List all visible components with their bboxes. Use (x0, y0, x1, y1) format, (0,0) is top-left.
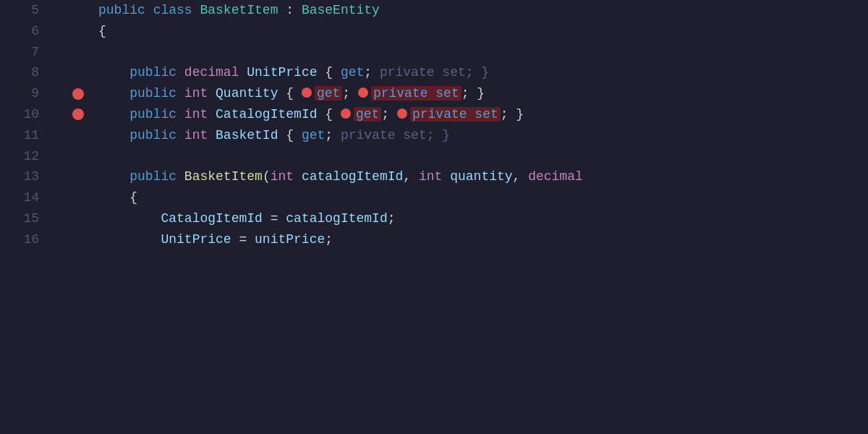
token: get (341, 65, 364, 80)
token: ; } (461, 86, 485, 101)
token: Quantity (216, 86, 278, 101)
line-number: 8 (0, 62, 52, 83)
breakpoint-slot[interactable] (65, 21, 91, 42)
token: ; (381, 107, 397, 122)
token: ; (342, 86, 358, 101)
breakpoint-column (65, 0, 91, 434)
token: BaseEntity (302, 3, 380, 17)
line-number: 14 (0, 187, 52, 208)
token: public (129, 86, 184, 101)
token: class (153, 3, 200, 17)
token: CatalogItemId (216, 107, 317, 122)
breakpoint-slot[interactable] (65, 146, 91, 167)
token: unitPrice (255, 232, 325, 247)
breakpoint-slot[interactable] (65, 229, 91, 250)
token: public (129, 128, 184, 142)
token: ; } (501, 107, 524, 122)
token: int (184, 107, 216, 122)
token: { (317, 65, 340, 80)
code-line: public decimal UnitPrice { get; private … (98, 62, 868, 83)
token: { (129, 190, 137, 205)
token: catalogItemId (286, 211, 387, 226)
code-line: UnitPrice = unitPrice; (98, 229, 868, 250)
token: ; (325, 128, 341, 142)
token: public (129, 65, 184, 80)
line-number: 6 (0, 21, 52, 42)
token: { (278, 86, 301, 101)
token: public (129, 107, 184, 122)
token: UnitPrice (247, 65, 317, 80)
breakpoint-slot[interactable] (65, 208, 91, 229)
token: { (318, 107, 341, 122)
token: public (98, 3, 153, 17)
breakpoint-indicator (72, 109, 84, 120)
code-line: public int CatalogItemId { get; private … (98, 104, 868, 125)
code-line: public int BasketId { get; private set; … (98, 125, 868, 146)
code-line: public BasketItem(int catalogItemId, int… (98, 166, 868, 187)
token: CatalogItemId (161, 211, 262, 226)
breakpoint-slot[interactable] (65, 42, 91, 63)
token: private (380, 65, 442, 80)
line-number: 5 (0, 0, 52, 21)
line-number: 12 (0, 146, 52, 167)
token: decimal (184, 65, 247, 80)
breakpoint-slot[interactable] (65, 83, 91, 104)
line-number: 11 (0, 125, 52, 146)
token: , (403, 169, 419, 184)
code-line: public class BasketItem : BaseEntity (98, 0, 868, 21)
line-text: public BasketItem(int catalogItemId, int… (98, 166, 868, 187)
breakpoint-indicator (72, 88, 84, 100)
breakpoint-slot[interactable] (65, 187, 91, 208)
token: ; (325, 232, 333, 247)
code-line: { (98, 187, 868, 208)
code-lines[interactable]: public class BasketItem : BaseEntity{ pu… (91, 0, 868, 434)
token: = (263, 211, 286, 226)
line-number: 10 (0, 104, 52, 125)
line-text: { (98, 21, 868, 42)
line-numbers: 5678910111213141516 (0, 0, 65, 434)
token: BasketItem (184, 169, 263, 184)
code-line: { (98, 21, 868, 42)
token: ( (263, 169, 271, 184)
line-number: 16 (0, 229, 52, 250)
line-number: 13 (0, 166, 52, 187)
token: BasketItem (200, 3, 278, 17)
code-editor: 5678910111213141516 public class BasketI… (0, 0, 868, 434)
token: decimal (528, 169, 583, 184)
code-line (98, 42, 868, 63)
line-number: 15 (0, 208, 52, 229)
token: int (184, 86, 216, 101)
breakpoint-slot[interactable] (65, 166, 91, 187)
line-text: UnitPrice = unitPrice; (98, 229, 868, 250)
line-text: public int CatalogItemId { get; private … (98, 104, 868, 125)
code-line (98, 146, 868, 167)
line-text: public decimal UnitPrice { get; private … (98, 62, 868, 83)
breakpoint-slot[interactable] (65, 62, 91, 83)
line-text: public int BasketId { get; private set; … (98, 125, 868, 146)
breakpoint-slot[interactable] (65, 0, 91, 21)
token: private set (371, 86, 461, 101)
token: ; } (427, 128, 450, 142)
breakpoint-slot[interactable] (65, 125, 91, 146)
token: BasketId (216, 128, 278, 142)
token: int (419, 169, 450, 184)
inline-breakpoint (358, 88, 368, 98)
token: ; (364, 65, 380, 80)
token: private set (410, 107, 501, 122)
inline-breakpoint (397, 109, 407, 119)
token: : (278, 3, 301, 17)
code-line: public int Quantity { get; private set; … (98, 83, 868, 104)
token: get (354, 107, 381, 122)
line-number: 7 (0, 42, 52, 63)
inline-breakpoint (341, 109, 351, 119)
token: get (302, 128, 325, 142)
breakpoint-slot[interactable] (65, 104, 91, 125)
token: quantity (450, 169, 512, 184)
line-text: public int Quantity { get; private set; … (98, 83, 868, 104)
token: public (129, 169, 184, 184)
token: ; (388, 211, 396, 226)
line-text: public class BasketItem : BaseEntity (98, 0, 868, 21)
token: { (98, 24, 106, 38)
token: int (184, 128, 216, 142)
inline-breakpoint (302, 88, 312, 98)
